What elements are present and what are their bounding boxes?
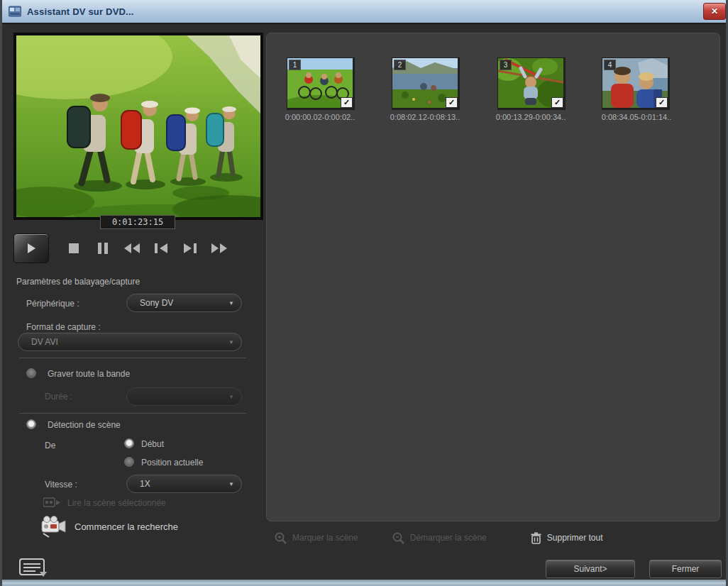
speed-value: 1X: [140, 479, 224, 489]
next-frame-icon: [184, 243, 197, 253]
divider: [19, 413, 246, 414]
mark-scene-label: Marquer la scène: [292, 533, 358, 543]
delete-all-button[interactable]: Supprimer tout: [531, 532, 603, 544]
timecode-display: 0:01:23:15: [100, 215, 175, 229]
unmark-scene-icon: [392, 532, 404, 544]
duration-select: ▼: [126, 387, 242, 406]
speed-select[interactable]: 1X ▼: [126, 475, 242, 493]
scene-timecode-4: 0:08:34.05-0:01:14..: [595, 113, 678, 121]
scene-detection-radio[interactable]: [26, 419, 36, 429]
play-selected-scene-label: Lire la scène sélectionnée: [67, 498, 166, 508]
scene-list-panel: 1 ✓ 0:00:00.02-0:00:02.. 2 ✓ 0:08:02.12-…: [266, 33, 720, 521]
duration-label: Durée :: [45, 392, 72, 402]
scene-number-badge: 3: [500, 60, 512, 70]
previous-frame-button[interactable]: [146, 236, 175, 261]
scene-checkbox[interactable]: ✓: [656, 97, 668, 108]
app-icon: [9, 6, 21, 17]
check-icon: ✓: [554, 98, 561, 106]
scene-number-badge: 1: [289, 60, 301, 70]
pause-icon: [98, 243, 108, 254]
rewind-icon: [124, 243, 140, 253]
transport-controls: [13, 231, 263, 265]
scene-thumbnail-1[interactable]: 1 ✓: [287, 57, 355, 110]
play-icon: [26, 243, 37, 254]
scene-thumbnail-3[interactable]: 3 ✓: [497, 57, 566, 110]
begin-radio[interactable]: [124, 438, 134, 448]
scene-checkbox[interactable]: ✓: [341, 97, 353, 108]
scene-toolbar: Marquer la scène Démarquer la scène Supp…: [266, 526, 720, 549]
chevron-down-icon: ▼: [228, 481, 234, 487]
check-icon: ✓: [658, 98, 665, 106]
capture-settings-title: Paramètres de balayage/capture: [16, 277, 140, 287]
capture-format-select[interactable]: DV AVI ▼: [18, 333, 242, 351]
previous-frame-icon: [155, 243, 167, 253]
fast-forward-icon: [211, 243, 227, 253]
from-label: De: [45, 441, 55, 450]
play-scene-icon: [43, 497, 60, 509]
next-button[interactable]: Suivant>: [546, 560, 635, 578]
burn-entire-tape-label: Graver toute la bande: [48, 369, 130, 379]
fast-forward-button[interactable]: [204, 236, 233, 261]
begin-label: Début: [141, 439, 164, 449]
options-menu-button[interactable]: [16, 555, 49, 579]
preview-frame-image: [16, 35, 260, 217]
current-position-label: Position actuelle: [141, 458, 203, 468]
device-select[interactable]: Sony DV ▼: [126, 294, 242, 312]
next-button-label: Suivant>: [573, 564, 607, 574]
play-button[interactable]: [13, 233, 49, 263]
window-title: Assistant DV sur DVD...: [27, 6, 134, 17]
delete-all-label: Supprimer tout: [547, 533, 603, 543]
capture-format-value: DV AVI: [31, 337, 224, 347]
stop-icon: [69, 243, 79, 253]
burn-entire-tape-radio[interactable]: [26, 368, 36, 378]
fermer-button-label: Fermer: [672, 564, 700, 574]
mark-scene-icon: [275, 532, 287, 544]
start-scan-button[interactable]: Commencer la recherche: [40, 515, 178, 538]
scene-checkbox[interactable]: ✓: [446, 97, 458, 108]
capture-format-label: Format de capture :: [26, 322, 101, 332]
chevron-down-icon: ▼: [228, 394, 234, 400]
current-position-radio[interactable]: [124, 457, 134, 467]
play-selected-scene-row: Lire la scène sélectionnée: [43, 497, 166, 509]
fermer-button[interactable]: Fermer: [649, 560, 722, 578]
camcorder-icon: [40, 515, 67, 538]
next-frame-button[interactable]: [175, 236, 204, 261]
mark-scene-button: Marquer la scène: [275, 532, 358, 544]
unmark-scene-button: Démarquer la scène: [392, 532, 487, 544]
device-label: Périphérique :: [26, 299, 79, 309]
speed-label: Vitesse :: [45, 480, 77, 490]
unmark-scene-label: Démarquer la scène: [410, 533, 487, 543]
check-icon: ✓: [343, 98, 350, 106]
close-button[interactable]: ✕: [703, 3, 726, 20]
trash-icon: [531, 532, 541, 544]
scene-thumbnail-4[interactable]: 4 ✓: [602, 57, 670, 110]
scene-number-badge: 4: [604, 60, 616, 70]
device-value: Sony DV: [140, 298, 224, 308]
scene-timecode-1: 0:00:00.02-0:00:02..: [278, 113, 362, 121]
rewind-button[interactable]: [117, 236, 146, 261]
chevron-down-icon: ▼: [228, 300, 234, 306]
notes-list-icon: [18, 556, 47, 577]
scene-timecode-2: 0:08:02.12-0:08:13..: [383, 113, 467, 121]
scene-checkbox[interactable]: ✓: [551, 97, 563, 108]
dv-to-dvd-wizard-window: Assistant DV sur DVD... ✕: [0, 0, 728, 586]
chevron-down-icon: ▼: [228, 339, 234, 345]
video-preview: [13, 33, 263, 220]
scene-detection-label: Détection de scène: [48, 420, 121, 430]
scene-timecode-3: 0:00:13.29-0:00:34..: [489, 113, 573, 121]
window-bottom-frame: [2, 580, 728, 586]
scene-thumbnail-2[interactable]: 2 ✓: [392, 57, 460, 110]
titlebar: Assistant DV sur DVD... ✕: [2, 0, 728, 24]
divider: [19, 358, 246, 358]
close-icon: ✕: [711, 6, 718, 16]
stop-button[interactable]: [59, 236, 88, 261]
scene-number-badge: 2: [394, 60, 406, 70]
start-scan-label: Commencer la recherche: [75, 521, 178, 532]
check-icon: ✓: [448, 98, 455, 106]
pause-button[interactable]: [88, 236, 117, 261]
